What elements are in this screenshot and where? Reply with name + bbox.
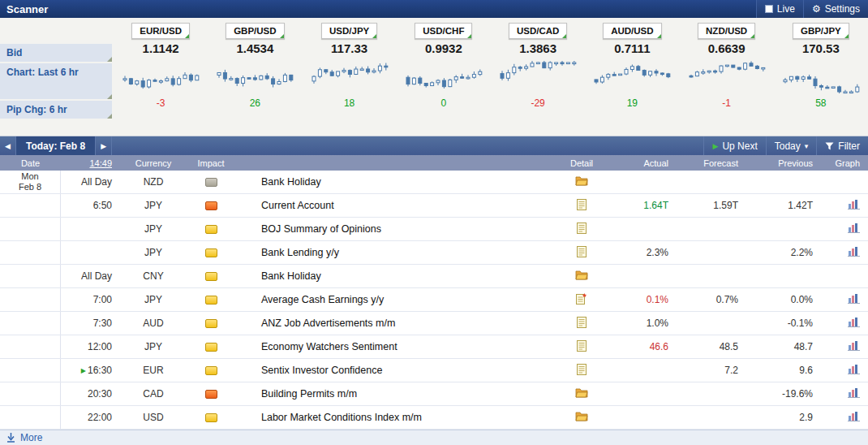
- pair-pip-change: 0: [441, 97, 447, 109]
- event-title[interactable]: Bank Holiday: [237, 176, 553, 188]
- impact-yellow-icon[interactable]: [205, 366, 217, 375]
- currency-cell: JPY: [122, 341, 185, 352]
- title-bar-controls: Live ⚙ Settings: [756, 0, 868, 18]
- event-title[interactable]: Sentix Investor Confidence: [237, 365, 553, 376]
- pair-symbol-button[interactable]: USD/JPY: [321, 23, 377, 39]
- calendar-row[interactable]: 22:00USDLabor Market Conditions Index m/…: [0, 406, 868, 430]
- calendar-row[interactable]: 12:00JPYEconomy Watchers Sentiment46.648…: [0, 335, 868, 359]
- settings-label: Settings: [825, 3, 860, 15]
- doc-star-icon[interactable]: [576, 293, 587, 305]
- more-link[interactable]: More: [0, 430, 868, 445]
- impact-yellow-icon[interactable]: [205, 296, 217, 305]
- bid-row-label[interactable]: Bid: [0, 44, 112, 62]
- graph-icon[interactable]: [848, 293, 860, 304]
- folder-icon[interactable]: [575, 270, 588, 280]
- col-impact: Impact: [185, 158, 237, 168]
- doc-icon[interactable]: [577, 246, 587, 257]
- pair-column: NZD/USD0.6639-1: [680, 18, 774, 136]
- pair-symbol-button[interactable]: NZD/USD: [698, 23, 755, 39]
- more-label: More: [20, 432, 42, 443]
- next-day-button[interactable]: ▶: [96, 136, 112, 155]
- date-cell: [0, 406, 61, 429]
- doc-icon[interactable]: [577, 199, 587, 210]
- up-next-marker-icon: ▶: [81, 367, 86, 374]
- actual-cell: 2.3%: [610, 247, 680, 258]
- pair-bid: 1.3863: [519, 41, 556, 58]
- event-title[interactable]: Bank Holiday: [237, 270, 553, 282]
- calendar-row[interactable]: 7:30AUDANZ Job Advertisements m/m1.0%-0.…: [0, 312, 868, 335]
- folder-icon[interactable]: [575, 387, 588, 398]
- impact-yellow-icon[interactable]: [205, 319, 217, 328]
- graph-icon[interactable]: [848, 199, 860, 210]
- graph-icon[interactable]: [848, 317, 860, 327]
- doc-icon[interactable]: [577, 364, 587, 375]
- doc-icon[interactable]: [577, 317, 587, 328]
- pip-row-label[interactable]: Pip Chg: 6 hr: [0, 101, 112, 119]
- filter-button[interactable]: Filter: [816, 136, 868, 155]
- currency-cell: NZD: [122, 176, 185, 188]
- calendar-row[interactable]: All DayCNYBank Holiday: [0, 265, 868, 288]
- graph-icon[interactable]: [848, 246, 860, 257]
- impact-gray-icon[interactable]: [205, 178, 217, 187]
- event-title[interactable]: Current Account: [237, 200, 553, 211]
- impact-orange-icon[interactable]: [205, 390, 217, 399]
- calendar-row[interactable]: 7:00JPYAverage Cash Earnings y/y0.1%0.7%…: [0, 288, 868, 312]
- doc-icon[interactable]: [577, 340, 587, 352]
- event-title[interactable]: Labor Market Conditions Index m/m: [237, 412, 553, 423]
- folder-icon[interactable]: [575, 175, 588, 186]
- impact-orange-icon[interactable]: [205, 201, 217, 210]
- pair-symbol-button[interactable]: EUR/USD: [131, 23, 190, 39]
- live-checkbox[interactable]: [765, 5, 773, 13]
- settings-button[interactable]: ⚙ Settings: [803, 0, 868, 18]
- event-title[interactable]: ANZ Job Advertisements m/m: [237, 318, 553, 329]
- candlestick-chart: [119, 58, 202, 96]
- impact-yellow-icon[interactable]: [205, 413, 217, 422]
- pairs-row: EUR/USD1.1142-3GBP/USD1.453426USD/JPY117…: [114, 18, 868, 136]
- pair-chart: [308, 58, 391, 96]
- impact-yellow-icon[interactable]: [205, 248, 217, 257]
- impact-yellow-icon[interactable]: [205, 272, 217, 281]
- event-title[interactable]: Average Cash Earnings y/y: [237, 294, 553, 305]
- calendar-row[interactable]: MonFeb 8All DayNZDBank Holiday: [0, 171, 868, 194]
- pair-column: USD/CHF0.99320: [397, 18, 491, 136]
- impact-yellow-icon[interactable]: [205, 343, 217, 352]
- event-title[interactable]: Bank Lending y/y: [237, 247, 553, 258]
- pair-symbol-button[interactable]: GBP/JPY: [793, 23, 849, 39]
- up-next-button[interactable]: ▶ Up Next: [703, 136, 765, 155]
- event-title[interactable]: Economy Watchers Sentiment: [237, 341, 553, 352]
- calendar-row[interactable]: 6:50JPYCurrent Account1.64T1.59T1.42T: [0, 194, 868, 218]
- pair-symbol-button[interactable]: USD/CHF: [415, 23, 472, 39]
- event-title[interactable]: BOJ Summary of Opinions: [237, 223, 553, 235]
- chart-row-label[interactable]: Chart: Last 6 hr: [0, 63, 112, 99]
- pair-pip-change: 19: [627, 97, 638, 109]
- current-time-link[interactable]: 14:49: [61, 158, 122, 168]
- detail-cell: [553, 340, 610, 354]
- doc-icon[interactable]: [577, 222, 587, 234]
- folder-icon[interactable]: [575, 411, 588, 421]
- previous-cell: 48.7: [750, 341, 824, 352]
- pair-symbol-button[interactable]: USD/CAD: [509, 23, 567, 39]
- calendar-row[interactable]: ▶16:30EURSentix Investor Confidence7.29.…: [0, 359, 868, 382]
- candlestick-chart: [213, 58, 296, 96]
- detail-cell: [553, 270, 610, 283]
- event-title[interactable]: Building Permits m/m: [237, 388, 553, 400]
- calendar-row[interactable]: 20:30CADBuilding Permits m/m-19.6%: [0, 382, 868, 406]
- calendar-row[interactable]: JPYBOJ Summary of Opinions: [0, 218, 868, 241]
- calendar-row[interactable]: JPYBank Lending y/y2.3%2.2%: [0, 241, 868, 265]
- graph-cell: [824, 364, 868, 377]
- pair-symbol-button[interactable]: GBP/USD: [226, 23, 284, 39]
- graph-icon[interactable]: [848, 387, 860, 398]
- prev-day-button[interactable]: ◀: [0, 136, 16, 155]
- pair-symbol-button[interactable]: AUD/USD: [603, 23, 661, 39]
- today-dropdown[interactable]: Today ▾: [766, 136, 817, 155]
- graph-icon[interactable]: [848, 364, 860, 374]
- impact-yellow-icon[interactable]: [205, 225, 217, 234]
- graph-icon[interactable]: [848, 222, 860, 233]
- impact-cell: [185, 341, 237, 352]
- live-toggle[interactable]: Live: [756, 0, 803, 18]
- graph-icon[interactable]: [848, 340, 860, 351]
- app-title: Scanner: [0, 3, 48, 15]
- graph-cell: [824, 246, 868, 259]
- graph-icon[interactable]: [848, 411, 860, 421]
- pair-pip-change: 58: [815, 97, 826, 109]
